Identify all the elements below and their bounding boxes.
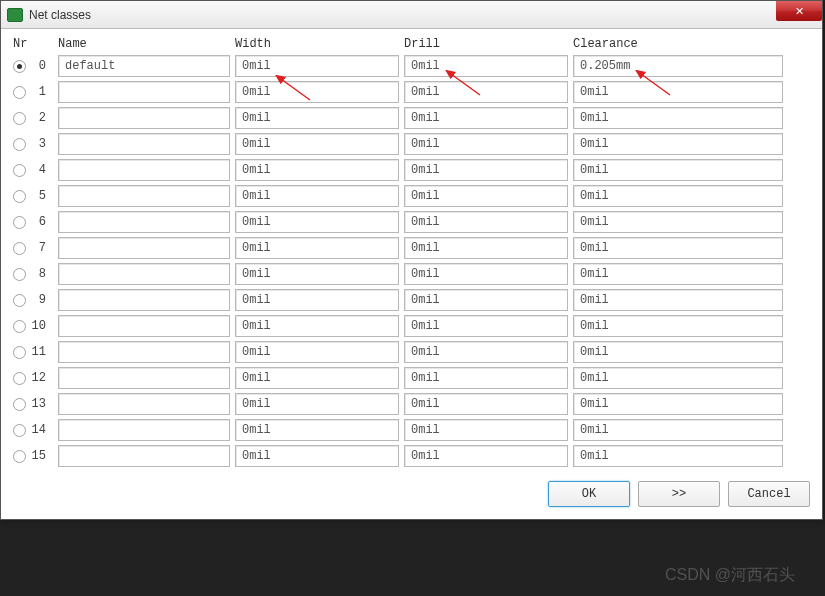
net-class-row: 120mil0mil0mil — [13, 367, 810, 389]
clearance-input[interactable]: 0mil — [573, 107, 783, 129]
titlebar[interactable]: Net classes ✕ — [1, 1, 822, 29]
name-input[interactable] — [58, 315, 230, 337]
row-radio[interactable] — [13, 138, 26, 151]
name-input[interactable] — [58, 133, 230, 155]
header-nr: Nr — [13, 37, 27, 51]
net-class-row: 30mil0mil0mil — [13, 133, 810, 155]
clearance-input[interactable]: 0mil — [573, 393, 783, 415]
drill-input[interactable]: 0mil — [404, 185, 568, 207]
clearance-input[interactable]: 0mil — [573, 367, 783, 389]
width-input[interactable]: 0mil — [235, 445, 399, 467]
net-class-row: 20mil0mil0mil — [13, 107, 810, 129]
name-input[interactable] — [58, 419, 230, 441]
width-input[interactable]: 0mil — [235, 367, 399, 389]
drill-input[interactable]: 0mil — [404, 211, 568, 233]
width-input[interactable]: 0mil — [235, 211, 399, 233]
clearance-input[interactable]: 0mil — [573, 419, 783, 441]
row-number: 5 — [30, 189, 46, 203]
width-input[interactable]: 0mil — [235, 419, 399, 441]
clearance-input[interactable]: 0mil — [573, 315, 783, 337]
row-radio[interactable] — [13, 86, 26, 99]
header-drill: Drill — [404, 37, 568, 51]
clearance-input[interactable]: 0mil — [573, 133, 783, 155]
drill-input[interactable]: 0mil — [404, 107, 568, 129]
width-input[interactable]: 0mil — [235, 81, 399, 103]
width-input[interactable]: 0mil — [235, 107, 399, 129]
name-input[interactable] — [58, 107, 230, 129]
net-classes-dialog: Net classes ✕ Nr Name Width Drill Cleara… — [0, 0, 823, 520]
name-input[interactable] — [58, 289, 230, 311]
row-radio[interactable] — [13, 450, 26, 463]
clearance-input[interactable]: 0mil — [573, 263, 783, 285]
row-number: 2 — [30, 111, 46, 125]
drill-input[interactable]: 0mil — [404, 289, 568, 311]
ok-button[interactable]: OK — [548, 481, 630, 507]
width-input[interactable]: 0mil — [235, 263, 399, 285]
name-input[interactable] — [58, 81, 230, 103]
row-radio[interactable] — [13, 242, 26, 255]
drill-input[interactable]: 0mil — [404, 341, 568, 363]
drill-input[interactable]: 0mil — [404, 237, 568, 259]
drill-input[interactable]: 0mil — [404, 419, 568, 441]
width-input[interactable]: 0mil — [235, 341, 399, 363]
row-radio[interactable] — [13, 268, 26, 281]
clearance-input[interactable]: 0mil — [573, 159, 783, 181]
net-class-row: 50mil0mil0mil — [13, 185, 810, 207]
name-input[interactable] — [58, 185, 230, 207]
close-button[interactable]: ✕ — [776, 1, 822, 21]
row-radio[interactable] — [13, 372, 26, 385]
name-input[interactable] — [58, 237, 230, 259]
row-number: 15 — [30, 449, 46, 463]
row-number: 0 — [30, 59, 46, 73]
width-input[interactable]: 0mil — [235, 55, 399, 77]
drill-input[interactable]: 0mil — [404, 263, 568, 285]
width-input[interactable]: 0mil — [235, 393, 399, 415]
net-class-row: 100mil0mil0mil — [13, 315, 810, 337]
width-input[interactable]: 0mil — [235, 237, 399, 259]
name-input[interactable] — [58, 341, 230, 363]
row-radio[interactable] — [13, 294, 26, 307]
clearance-input[interactable]: 0mil — [573, 211, 783, 233]
row-radio[interactable] — [13, 424, 26, 437]
clearance-input[interactable]: 0mil — [573, 237, 783, 259]
width-input[interactable]: 0mil — [235, 289, 399, 311]
name-input[interactable] — [58, 159, 230, 181]
clearance-input[interactable]: 0mil — [573, 341, 783, 363]
drill-input[interactable]: 0mil — [404, 367, 568, 389]
header-row: Nr Name Width Drill Clearance — [13, 37, 810, 51]
row-radio[interactable] — [13, 320, 26, 333]
drill-input[interactable]: 0mil — [404, 81, 568, 103]
name-input[interactable] — [58, 263, 230, 285]
row-radio[interactable] — [13, 398, 26, 411]
row-radio[interactable] — [13, 112, 26, 125]
drill-input[interactable]: 0mil — [404, 55, 568, 77]
drill-input[interactable]: 0mil — [404, 315, 568, 337]
width-input[interactable]: 0mil — [235, 159, 399, 181]
drill-input[interactable]: 0mil — [404, 445, 568, 467]
name-input[interactable] — [58, 367, 230, 389]
row-radio[interactable] — [13, 164, 26, 177]
header-clearance: Clearance — [573, 37, 783, 51]
drill-input[interactable]: 0mil — [404, 133, 568, 155]
row-radio[interactable] — [13, 190, 26, 203]
clearance-input[interactable]: 0mil — [573, 289, 783, 311]
width-input[interactable]: 0mil — [235, 133, 399, 155]
clearance-input[interactable]: 0mil — [573, 81, 783, 103]
width-input[interactable]: 0mil — [235, 185, 399, 207]
clearance-input[interactable]: 0mil — [573, 185, 783, 207]
row-radio[interactable] — [13, 216, 26, 229]
name-input[interactable] — [58, 445, 230, 467]
width-input[interactable]: 0mil — [235, 315, 399, 337]
drill-input[interactable]: 0mil — [404, 159, 568, 181]
name-input[interactable] — [58, 393, 230, 415]
name-input[interactable]: default — [58, 55, 230, 77]
row-radio[interactable] — [13, 60, 26, 73]
cancel-button[interactable]: Cancel — [728, 481, 810, 507]
more-button[interactable]: >> — [638, 481, 720, 507]
clearance-input[interactable]: 0.205mm — [573, 55, 783, 77]
row-radio[interactable] — [13, 346, 26, 359]
name-input[interactable] — [58, 211, 230, 233]
clearance-input[interactable]: 0mil — [573, 445, 783, 467]
drill-input[interactable]: 0mil — [404, 393, 568, 415]
row-number: 10 — [30, 319, 46, 333]
